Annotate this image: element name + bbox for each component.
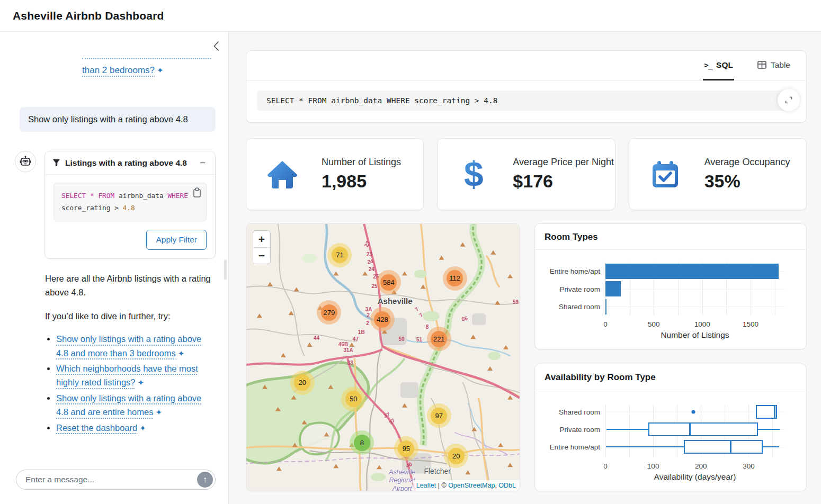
category-label: Private room <box>534 426 600 434</box>
chat-sidebar: than 2 bedrooms?✦ Show only listings wit… <box>0 32 229 504</box>
road-number-label: 24 <box>369 266 374 272</box>
map-cluster-marker[interactable]: 112 <box>443 266 467 291</box>
road-number-label: 46B <box>338 341 348 347</box>
tab-sql[interactable]: >_ SQL <box>703 51 734 80</box>
message-input[interactable] <box>25 475 197 484</box>
sql-query-input[interactable]: SELECT * FROM airbnb_data WHERE score_ra… <box>257 91 796 111</box>
road-number-label: 59 <box>513 299 519 305</box>
cluster-count: 95 <box>398 440 414 457</box>
apply-filter-button[interactable]: Apply Filter <box>146 230 207 250</box>
availability-box-chart: Shared roomPrivate roomEntire home/apt01… <box>535 364 806 491</box>
sparkle-icon: ✦ <box>157 66 164 75</box>
sql-token: airbnb_data <box>114 192 167 200</box>
clipped-suggestion-link[interactable]: than 2 bedrooms?✦ <box>82 58 211 77</box>
map-attribution: Leaflet | © OpenStreetMap, ODbL <box>413 480 520 491</box>
gridline <box>605 404 606 457</box>
map-cluster-marker[interactable]: 20 <box>290 371 315 395</box>
listings-map[interactable]: + − 232324242525593A22778551B4447505146B… <box>246 223 520 491</box>
map-cluster-marker[interactable]: 221 <box>427 327 451 351</box>
map-cluster-marker[interactable]: 279 <box>317 300 341 325</box>
bar <box>605 264 779 279</box>
axis-tick-label: 500 <box>648 320 660 328</box>
send-button[interactable]: ↑ <box>197 472 213 488</box>
sparkle-icon: ✦ <box>138 378 145 387</box>
map-cluster-marker[interactable]: 8 <box>350 430 374 455</box>
cluster-count: 112 <box>447 270 463 286</box>
odbl-link[interactable]: ODbL <box>498 482 516 489</box>
map-cluster-marker[interactable]: 584 <box>377 270 401 294</box>
zoom-out-button[interactable]: − <box>253 247 270 264</box>
filter-card: Listings with a rating above 4.8 − SELEC… <box>44 151 216 259</box>
place-label: Fletcher <box>424 467 451 475</box>
expand-button[interactable] <box>778 89 800 111</box>
osm-link[interactable]: OpenStreetMap <box>448 482 495 489</box>
road-number-label: 3A <box>365 307 372 312</box>
category-label: Shared room <box>534 408 600 416</box>
suggestion-link[interactable]: Which neighborhoods have the most highly… <box>56 364 198 387</box>
kpi-value: 1,985 <box>322 171 401 192</box>
suggestion-item: Show only listings with a rating above 4… <box>56 332 215 360</box>
gridline <box>605 307 784 307</box>
suggestion-link[interactable]: than 2 bedrooms? <box>82 65 155 75</box>
leaflet-link[interactable]: Leaflet <box>416 482 436 489</box>
suggestion-link[interactable]: Show only listings with a rating above 4… <box>56 393 201 417</box>
house-icon <box>263 159 301 190</box>
clipped-suggestion-underline <box>82 58 211 59</box>
kpi-card-occupancy: Average Occupancy 35% <box>629 138 807 210</box>
kpi-value: 35% <box>704 171 790 192</box>
suggestion-list: Show only listings with a rating above 4… <box>45 332 215 435</box>
cluster-count: 20 <box>448 448 465 464</box>
dollar-icon: $ <box>454 157 493 192</box>
map-cluster-marker[interactable]: 71 <box>327 243 352 267</box>
road-number-label: 33 <box>347 360 353 366</box>
category-label: Shared room <box>534 303 600 311</box>
map-cluster-marker[interactable]: 20 <box>444 444 468 468</box>
bar <box>605 299 606 314</box>
axis-tick-label: 0 <box>603 462 608 470</box>
sparkle-icon: ✦ <box>139 424 146 433</box>
road-number-label: 8 <box>426 324 429 330</box>
map-cluster-marker[interactable]: 428 <box>370 307 395 331</box>
room-types-chart-card: Room Types Entire home/aptPrivate roomSh… <box>534 223 807 349</box>
sql-token: 4.8 <box>123 204 135 212</box>
suggestion-link[interactable]: Reset the dashboard <box>56 423 137 433</box>
box-median <box>689 422 691 436</box>
sidebar-scrollbar[interactable] <box>224 259 227 280</box>
kpi-label: Average Occupancy <box>704 157 790 168</box>
suggestion-item: Reset the dashboard✦ <box>56 421 215 435</box>
zoom-in-button[interactable]: + <box>253 231 270 247</box>
sql-token: SELECT <box>61 192 86 200</box>
copy-icon[interactable] <box>192 187 201 201</box>
sidebar-collapse-button[interactable] <box>210 40 222 52</box>
road-number-label: 23 <box>367 251 372 257</box>
place-label: Asheville <box>378 296 413 305</box>
expand-icon <box>784 96 793 104</box>
map-cluster-marker[interactable]: 50 <box>341 387 365 411</box>
query-panel: >_ SQL Table SELECT * FROM airbnb_data W… <box>246 50 807 123</box>
assistant-message: Here are all the Airbnb listings with a … <box>45 272 215 435</box>
cluster-count: 428 <box>374 311 390 328</box>
terminal-icon: >_ <box>704 61 712 69</box>
x-axis-title: Number of Listings <box>661 330 729 340</box>
availability-chart-card: Availability by Room Type Shared roomPri… <box>534 364 807 491</box>
cluster-count: 50 <box>345 391 362 407</box>
axis-tick-label: 1500 <box>743 320 758 328</box>
road-number-label: 31A <box>343 347 353 353</box>
box-median <box>730 440 731 454</box>
sql-token: WHERE <box>167 192 188 200</box>
map-cluster-marker[interactable]: 97 <box>427 403 451 428</box>
box <box>684 440 763 454</box>
axis-tick-label: 300 <box>743 462 755 470</box>
map-cluster-marker[interactable]: 95 <box>394 436 418 461</box>
cluster-count: 8 <box>354 435 370 451</box>
kpi-card-listings: Number of Listings 1,985 <box>246 138 424 210</box>
cluster-count: 279 <box>321 304 337 321</box>
sparkle-icon: ✦ <box>178 349 185 358</box>
tab-table-label: Table <box>771 60 790 70</box>
tab-table[interactable]: Table <box>756 51 791 80</box>
chat-input-container: ↑ <box>16 470 216 490</box>
filter-collapse-button[interactable]: − <box>198 158 208 168</box>
road-number-label: 2 <box>367 312 370 318</box>
road-number-label: 47 <box>353 336 359 342</box>
dashboard-main: >_ SQL Table SELECT * FROM airbnb_data W… <box>229 32 821 504</box>
